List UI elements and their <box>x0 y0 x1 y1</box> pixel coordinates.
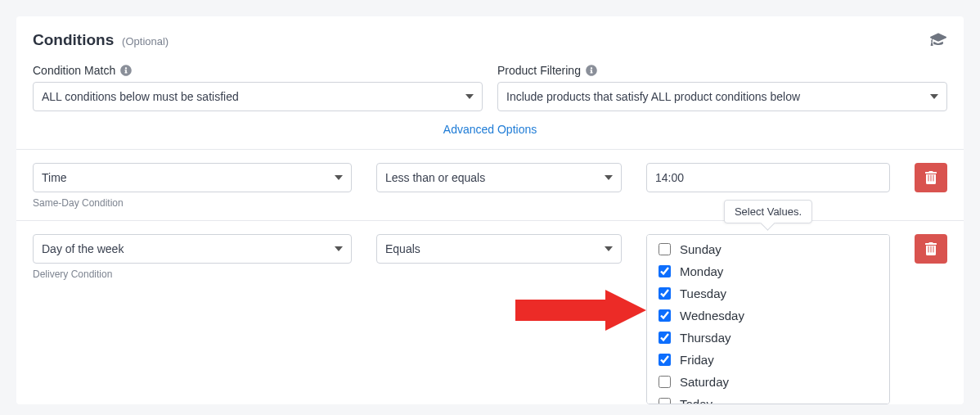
day-of-week-listbox[interactable]: SundayMondayTuesdayWednesdayThursdayFrid… <box>646 234 890 404</box>
select-values-tooltip: Select Values. <box>724 200 812 223</box>
operator-select[interactable]: Equals <box>376 234 622 264</box>
day-checkbox[interactable] <box>659 243 671 255</box>
info-icon[interactable] <box>586 65 597 76</box>
condition-row: Time Same-Day Condition Less than or equ… <box>16 150 964 221</box>
day-option[interactable]: Thursday <box>647 327 889 349</box>
conditions-card: Conditions (Optional) Condition Match AL… <box>16 16 964 404</box>
day-option[interactable]: Sunday <box>647 238 889 260</box>
delete-button[interactable] <box>915 234 947 264</box>
day-option[interactable]: Saturday <box>647 371 889 393</box>
condition-row: Day of the week Delivery Condition Equal… <box>16 221 964 404</box>
graduation-cap-icon[interactable] <box>929 33 947 48</box>
day-label: Tuesday <box>680 286 726 300</box>
day-label: Saturday <box>680 375 729 389</box>
row-caption: Delivery Condition <box>33 268 352 280</box>
day-checkbox[interactable] <box>659 332 671 344</box>
operator-select[interactable]: Less than or equals <box>376 163 622 192</box>
day-label: Thursday <box>680 331 731 345</box>
day-option[interactable]: Wednesday <box>647 304 889 327</box>
advanced-options-row: Advanced Options <box>16 111 964 150</box>
match-filter-row: Condition Match ALL conditions below mus… <box>16 49 964 111</box>
delete-button[interactable] <box>915 163 947 192</box>
day-checkbox[interactable] <box>659 398 671 404</box>
card-header: Conditions (Optional) <box>16 16 964 49</box>
day-option[interactable]: Monday <box>647 260 889 282</box>
day-label: Wednesday <box>680 309 744 323</box>
advanced-options-link[interactable]: Advanced Options <box>443 123 537 136</box>
day-label: Friday <box>680 353 714 367</box>
product-filtering-label: Product Filtering <box>497 64 581 77</box>
field-select[interactable]: Day of the week <box>33 234 352 264</box>
trash-icon <box>925 171 937 184</box>
day-checkbox[interactable] <box>659 309 671 322</box>
day-checkbox[interactable] <box>659 287 671 300</box>
row-caption: Same-Day Condition <box>33 197 352 209</box>
day-label: Monday <box>680 264 723 278</box>
day-label: Sunday <box>680 242 722 256</box>
trash-icon <box>925 242 937 255</box>
day-option[interactable]: Tuesday <box>647 282 889 304</box>
field-select[interactable]: Time <box>33 163 352 192</box>
day-option[interactable]: Today <box>647 393 889 404</box>
day-checkbox[interactable] <box>659 354 671 366</box>
day-checkbox[interactable] <box>659 376 671 388</box>
day-option[interactable]: Friday <box>647 349 889 371</box>
condition-match-label: Condition Match <box>33 64 115 77</box>
annotation-arrow-icon <box>515 290 646 331</box>
value-input[interactable] <box>646 163 890 192</box>
day-label: Today <box>680 397 713 404</box>
info-icon[interactable] <box>120 65 132 76</box>
product-filtering-select[interactable]: Include products that satisfy ALL produc… <box>497 82 947 111</box>
card-title: Conditions <box>33 31 114 49</box>
svg-marker-0 <box>515 290 646 331</box>
day-checkbox[interactable] <box>659 265 671 277</box>
condition-match-select[interactable]: ALL conditions below must be satisfied <box>33 82 483 111</box>
optional-tag: (Optional) <box>122 35 169 47</box>
